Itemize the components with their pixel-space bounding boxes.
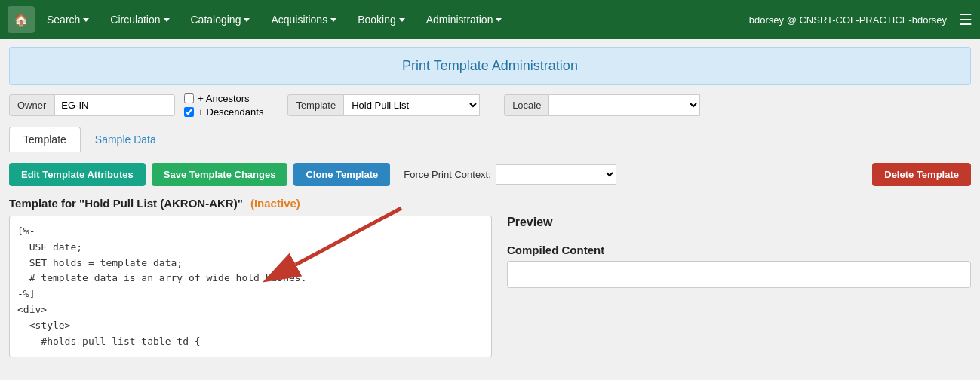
- checkbox-group: + Ancestors + Descendants: [184, 93, 263, 118]
- ancestors-row: + Ancestors: [184, 93, 263, 104]
- template-editor[interactable]: [%- USE date; SET holds = template_data;…: [9, 216, 492, 357]
- tabs: Template Sample Data: [9, 127, 971, 152]
- code-line-2: USE date;: [17, 240, 484, 256]
- page-title-bar: Print Template Administration: [9, 47, 971, 85]
- code-line-5: -%]: [17, 287, 484, 302]
- compiled-content-box: [507, 261, 971, 288]
- template-select-label: Template: [287, 94, 344, 116]
- locale-group: Locale: [504, 94, 700, 116]
- inactive-badge: (Inactive): [250, 197, 300, 210]
- booking-caret-icon: [399, 18, 405, 22]
- delete-template-button[interactable]: Delete Template: [872, 163, 971, 186]
- content-area: Owner + Ancestors + Descendants Template…: [0, 93, 980, 357]
- actions-row: Edit Template Attributes Save Template C…: [9, 163, 971, 186]
- template-heading: Template for "Hold Pull List (AKRON-AKR)…: [9, 197, 971, 210]
- ancestors-label: + Ancestors: [198, 93, 249, 104]
- tab-template[interactable]: Template: [9, 127, 81, 152]
- force-print-label: Force Print Context:: [404, 169, 491, 180]
- right-column: Preview Compiled Content: [507, 216, 971, 357]
- search-caret-icon: [83, 18, 89, 22]
- owner-input[interactable]: [54, 94, 175, 116]
- code-line-7: <style>: [17, 318, 484, 334]
- nav-administration[interactable]: Administration: [417, 8, 512, 32]
- page-title: Print Template Administration: [402, 58, 578, 73]
- template-select-group: Template Hold Pull List: [287, 94, 480, 116]
- code-line-1: [%-: [17, 224, 484, 240]
- descendants-checkbox[interactable]: [184, 107, 194, 117]
- home-button[interactable]: 🏠: [8, 6, 35, 33]
- ancestors-checkbox[interactable]: [184, 93, 194, 103]
- hamburger-icon[interactable]: ☰: [959, 11, 972, 29]
- nav-search[interactable]: Search: [38, 8, 98, 32]
- circulation-caret-icon: [164, 18, 170, 22]
- nav-circulation[interactable]: Circulation: [101, 8, 178, 32]
- left-column: [%- USE date; SET holds = template_data;…: [9, 216, 492, 357]
- administration-caret-icon: [496, 18, 502, 22]
- compiled-label: Compiled Content: [507, 244, 971, 256]
- locale-select[interactable]: [549, 94, 700, 116]
- arrow-container: [%- USE date; SET holds = template_data;…: [9, 216, 492, 357]
- acquisitions-caret-icon: [330, 18, 336, 22]
- code-line-3: SET holds = template_data;: [17, 256, 484, 271]
- code-line-6: <div>: [17, 302, 484, 318]
- save-template-changes-button[interactable]: Save Template Changes: [152, 163, 288, 186]
- tab-sample-data[interactable]: Sample Data: [81, 127, 171, 152]
- preview-title: Preview: [507, 216, 971, 234]
- nav-acquisitions[interactable]: Acquisitions: [262, 8, 346, 32]
- filter-row: Owner + Ancestors + Descendants Template…: [9, 93, 971, 118]
- clone-template-button[interactable]: Clone Template: [293, 163, 390, 186]
- force-print-select[interactable]: [496, 164, 616, 185]
- user-info: bdorsey @ CNSRT-COL-PRACTICE-bdorsey: [749, 14, 947, 26]
- code-line-4: # template_data is an arry of wide_hold …: [17, 271, 484, 287]
- owner-group: Owner: [9, 94, 175, 116]
- code-line-8: #holds-pull-list-table td {: [17, 334, 484, 350]
- descendants-label: + Descendants: [198, 106, 263, 118]
- locale-label: Locale: [504, 94, 549, 116]
- owner-label: Owner: [9, 94, 54, 116]
- template-select[interactable]: Hold Pull List: [344, 94, 480, 116]
- descendants-row: + Descendants: [184, 106, 263, 118]
- main-columns: [%- USE date; SET holds = template_data;…: [9, 216, 971, 357]
- navbar: 🏠 Search Circulation Cataloging Acquisit…: [0, 0, 980, 39]
- force-print-group: Force Print Context:: [404, 164, 616, 185]
- edit-template-attributes-button[interactable]: Edit Template Attributes: [9, 163, 146, 186]
- nav-cataloging[interactable]: Cataloging: [182, 8, 260, 32]
- nav-booking[interactable]: Booking: [349, 8, 414, 32]
- cataloging-caret-icon: [244, 18, 250, 22]
